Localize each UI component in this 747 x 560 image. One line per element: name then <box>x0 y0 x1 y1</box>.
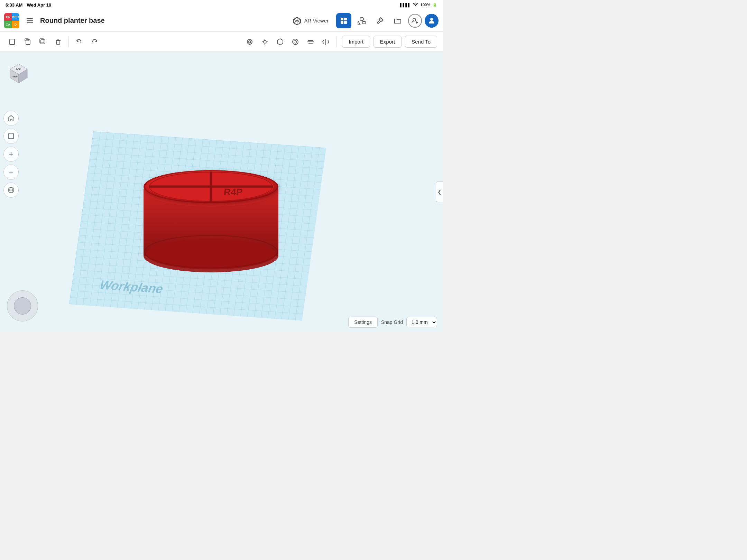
svg-rect-27 <box>249 44 250 45</box>
nav-right: AR Viewer <box>287 13 439 28</box>
svg-rect-2 <box>27 22 33 23</box>
nav-bar: TIN KER CA D Round planter base AR Viewe… <box>0 10 443 32</box>
paste-button[interactable] <box>21 35 35 49</box>
export-button[interactable]: Export <box>374 36 402 48</box>
duplicate-icon <box>39 38 46 45</box>
svg-point-25 <box>249 41 251 43</box>
svg-point-24 <box>247 39 252 44</box>
svg-text:R4P: R4P <box>223 187 243 197</box>
scene-container[interactable]: Workplane R4P <box>0 52 443 332</box>
logo-cell-ker: KER <box>12 13 19 21</box>
grid-view-button[interactable] <box>336 13 351 28</box>
toolbar-separator-1 <box>68 36 69 47</box>
redo-icon <box>91 38 98 45</box>
menu-icon <box>26 17 34 25</box>
collapse-icon: ❮ <box>437 189 442 195</box>
new-button[interactable] <box>6 35 19 49</box>
svg-point-34 <box>293 39 298 45</box>
snap-grid-select[interactable]: 1.0 mm 0.5 mm 2.0 mm <box>406 317 437 327</box>
logo-cell-ca: CA <box>4 21 12 28</box>
battery-percent: 100% <box>421 3 430 7</box>
svg-rect-19 <box>26 40 30 45</box>
svg-rect-0 <box>27 18 33 19</box>
zoom-out-button[interactable] <box>3 165 19 180</box>
right-panel-collapse[interactable]: ❮ <box>436 181 443 202</box>
delete-button[interactable] <box>51 35 65 49</box>
svg-point-17 <box>430 18 433 21</box>
zoom-in-icon <box>7 150 15 158</box>
scene-svg: Workplane R4P <box>66 62 377 321</box>
mirror-button[interactable] <box>319 35 333 49</box>
user-avatar-button[interactable] <box>425 14 439 28</box>
svg-rect-71 <box>149 185 273 188</box>
shapes-icon <box>358 17 366 25</box>
folder-button[interactable] <box>390 13 405 28</box>
zoom-in-button[interactable] <box>3 147 19 162</box>
svg-rect-11 <box>341 21 343 24</box>
svg-rect-13 <box>363 21 365 24</box>
duplicate-button[interactable] <box>36 35 50 49</box>
svg-rect-18 <box>10 39 15 45</box>
svg-rect-12 <box>344 21 347 24</box>
align-button[interactable] <box>304 35 317 49</box>
svg-rect-9 <box>341 18 343 20</box>
new-icon <box>9 38 16 45</box>
menu-button[interactable] <box>24 15 36 27</box>
import-button[interactable]: Import <box>342 36 370 48</box>
svg-marker-5 <box>297 19 301 23</box>
joystick-inner <box>14 297 31 315</box>
circle-icon <box>292 38 299 46</box>
orientation-cube[interactable]: TOP FRONT <box>5 55 33 83</box>
status-bar: 6:33 AM Wed Apr 19 ▌▌▌▌ 100% 🔋 <box>0 0 443 10</box>
orientation-cube-svg: TOP FRONT <box>5 55 33 83</box>
status-date: Wed Apr 19 <box>27 2 51 8</box>
redo-button[interactable] <box>87 35 101 49</box>
view-icon <box>246 38 253 46</box>
svg-rect-23 <box>56 40 60 44</box>
grid-icon <box>340 17 348 25</box>
hex-button[interactable] <box>273 35 287 49</box>
avatar-icon <box>427 17 436 25</box>
add-user-icon <box>411 17 419 25</box>
mirror-icon <box>322 38 330 46</box>
status-icons: ▌▌▌▌ 100% 🔋 <box>400 2 437 7</box>
toolbar-separator-2 <box>336 36 336 47</box>
svg-rect-21 <box>41 40 45 44</box>
svg-marker-8 <box>294 17 297 21</box>
add-user-button[interactable] <box>408 14 422 28</box>
tinkercad-logo[interactable]: TIN KER CA D <box>4 13 19 28</box>
delete-icon <box>55 38 62 45</box>
svg-rect-1 <box>27 20 33 21</box>
shapes-button[interactable] <box>354 13 369 28</box>
project-title: Round planter base <box>40 17 283 25</box>
tools-button[interactable] <box>372 13 387 28</box>
svg-marker-33 <box>277 39 283 45</box>
home-view-button[interactable] <box>3 111 19 126</box>
undo-button[interactable] <box>72 35 86 49</box>
perspective-button[interactable] <box>3 183 19 198</box>
svg-rect-26 <box>249 39 250 40</box>
circle-button[interactable] <box>288 35 302 49</box>
viewport[interactable]: TOP FRONT <box>0 52 443 332</box>
bottom-right-controls: Settings Snap Grid 1.0 mm 0.5 mm 2.0 mm <box>348 317 437 328</box>
signal-icon: ▌▌▌▌ <box>400 3 411 7</box>
tools-icon <box>376 17 384 25</box>
settings-button[interactable]: Settings <box>348 317 378 328</box>
logo-cell-tin: TIN <box>4 13 12 21</box>
battery-icon: 🔋 <box>432 3 437 7</box>
send-to-button[interactable]: Send To <box>405 36 437 48</box>
joystick[interactable] <box>7 290 38 321</box>
perspective-icon <box>7 186 15 194</box>
svg-point-35 <box>294 40 297 43</box>
ar-viewer-button[interactable]: AR Viewer <box>287 14 333 28</box>
light-button[interactable] <box>258 35 272 49</box>
view-button[interactable] <box>243 35 257 49</box>
align-icon <box>307 38 314 46</box>
svg-rect-45 <box>9 134 13 139</box>
ar-viewer-label: AR Viewer <box>304 18 329 24</box>
left-panel <box>3 111 19 198</box>
fit-view-button[interactable] <box>3 129 19 144</box>
svg-point-28 <box>264 40 266 43</box>
svg-rect-10 <box>344 18 347 20</box>
folder-icon <box>394 17 402 25</box>
